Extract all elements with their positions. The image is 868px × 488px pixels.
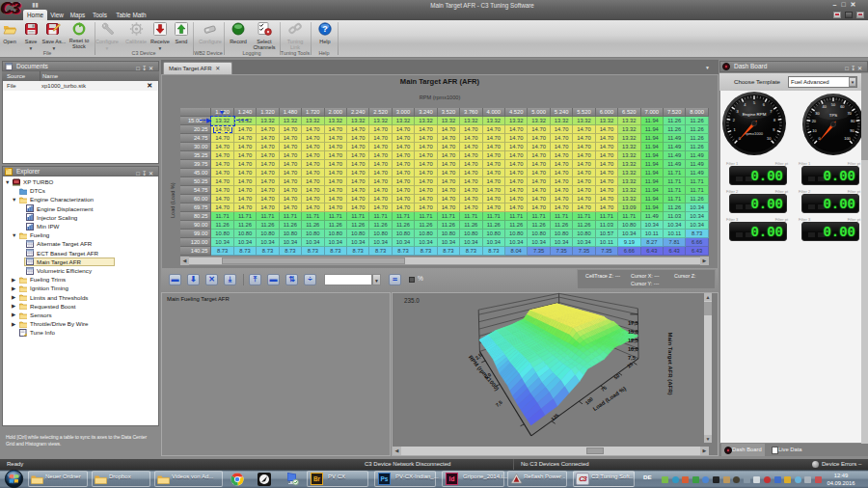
svg-text:100: 100 xyxy=(583,396,594,406)
svg-text:125: 125 xyxy=(550,412,560,421)
svg-text:8: 8 xyxy=(773,118,775,122)
svg-text:2: 2 xyxy=(733,118,735,122)
svg-text:15,0: 15,0 xyxy=(628,329,638,335)
svg-text:12,5: 12,5 xyxy=(628,338,638,343)
svg-text:7,5: 7,5 xyxy=(628,355,636,361)
svg-text:100: 100 xyxy=(844,136,851,141)
svg-text:10,0: 10,0 xyxy=(628,346,638,352)
svg-text:rpmx1000: rpmx1000 xyxy=(746,131,764,136)
svg-text:7,5: 7,5 xyxy=(494,399,502,408)
svg-text:Main Target AFR (AFR): Main Target AFR (AFR) xyxy=(667,333,673,395)
svg-text:17,5: 17,5 xyxy=(628,320,638,326)
svg-text:Load (Load %): Load (Load %) xyxy=(592,386,628,412)
svg-text:9: 9 xyxy=(773,127,774,132)
svg-text:1: 1 xyxy=(734,127,736,132)
svg-text:?: ? xyxy=(322,24,328,34)
